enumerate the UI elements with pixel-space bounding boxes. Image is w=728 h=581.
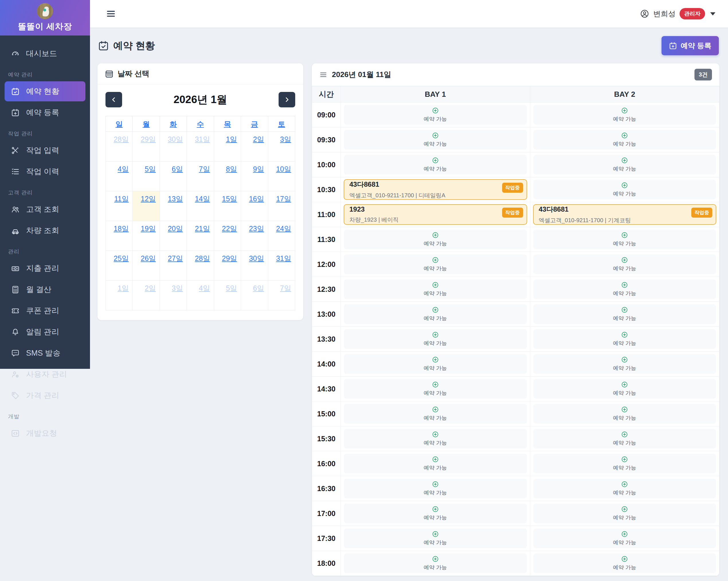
day-link[interactable]: 15일 — [222, 195, 237, 203]
day-link[interactable]: 3일 — [172, 284, 183, 292]
day-link[interactable]: 16일 — [249, 195, 264, 203]
available-slot[interactable]: 예약 가능 — [534, 529, 716, 548]
available-slot[interactable]: 예약 가능 — [344, 454, 527, 473]
day-link[interactable]: 31일 — [276, 254, 291, 262]
day-link[interactable]: 18일 — [114, 224, 129, 232]
weekday-link[interactable]: 일 — [115, 120, 123, 128]
available-slot[interactable]: 예약 가능 — [534, 155, 716, 174]
day-link[interactable]: 29일 — [141, 135, 156, 143]
day-link[interactable]: 26일 — [141, 254, 156, 262]
sidebar-item-고객-조회[interactable]: 고객 조회 — [5, 199, 85, 219]
sidebar-item-개발요청[interactable]: 개발요청 — [5, 423, 85, 443]
available-slot[interactable]: 예약 가능 — [344, 479, 527, 498]
available-slot[interactable]: 예약 가능 — [344, 554, 527, 573]
available-slot[interactable]: 예약 가능 — [534, 479, 716, 498]
day-link[interactable]: 12일 — [141, 195, 156, 203]
sidebar-item-사용자-관리[interactable]: 사용자 관리 — [5, 364, 85, 384]
day-link[interactable]: 24일 — [276, 224, 291, 232]
booked-slot[interactable]: 43다8681엑셀고객_010-9211-1700 | 기계코팅작업중 — [533, 204, 717, 225]
day-link[interactable]: 22일 — [222, 224, 237, 232]
day-link[interactable]: 10일 — [276, 165, 291, 173]
day-link[interactable]: 28일 — [114, 135, 129, 143]
available-slot[interactable]: 예약 가능 — [534, 429, 716, 448]
sidebar-item-쿠폰-관리[interactable]: 쿠폰 관리 — [5, 301, 85, 321]
day-link[interactable]: 4일 — [199, 284, 210, 292]
sidebar-item-대시보드[interactable]: 대시보드 — [5, 44, 85, 63]
day-link[interactable]: 6일 — [172, 165, 183, 173]
available-slot[interactable]: 예약 가능 — [534, 554, 716, 573]
booked-slot[interactable]: 1923차량_1923 | 베이직작업중 — [344, 204, 527, 225]
available-slot[interactable]: 예약 가능 — [534, 130, 716, 149]
available-slot[interactable]: 예약 가능 — [534, 454, 716, 473]
sidebar-item-가격-관리[interactable]: 가격 관리 — [5, 385, 85, 406]
day-link[interactable]: 25일 — [114, 254, 129, 262]
available-slot[interactable]: 예약 가능 — [534, 379, 716, 398]
sidebar-item-작업-입력[interactable]: 작업 입력 — [5, 140, 85, 160]
weekday-link[interactable]: 금 — [251, 120, 258, 128]
day-link[interactable]: 30일 — [168, 135, 183, 143]
sidebar-item-월-결산[interactable]: 월 결산 — [5, 279, 85, 300]
day-link[interactable]: 3일 — [280, 135, 291, 143]
day-link[interactable]: 7일 — [280, 284, 291, 292]
day-link[interactable]: 4일 — [118, 165, 129, 173]
sidebar-item-예약-등록[interactable]: 예약 등록 — [5, 103, 85, 122]
available-slot[interactable]: 예약 가능 — [344, 429, 527, 448]
day-link[interactable]: 5일 — [145, 165, 156, 173]
sidebar-item-알림-관리[interactable]: 알림 관리 — [5, 322, 85, 342]
day-link[interactable]: 11일 — [114, 195, 129, 203]
available-slot[interactable]: 예약 가능 — [344, 155, 527, 174]
day-link[interactable]: 21일 — [195, 224, 210, 232]
day-link[interactable]: 31일 — [195, 135, 210, 143]
available-slot[interactable]: 예약 가능 — [534, 404, 716, 423]
sidebar-item-SMS-발송[interactable]: SMS 발송 — [5, 343, 85, 363]
sidebar-item-예약-현황[interactable]: 예약 현황 — [5, 81, 85, 101]
weekday-link[interactable]: 목 — [224, 120, 231, 128]
day-link[interactable]: 6일 — [253, 284, 264, 292]
available-slot[interactable]: 예약 가능 — [344, 529, 527, 548]
day-link[interactable]: 2일 — [253, 135, 264, 143]
available-slot[interactable]: 예약 가능 — [534, 230, 716, 249]
available-slot[interactable]: 예약 가능 — [344, 254, 527, 274]
day-link[interactable]: 19일 — [141, 224, 156, 232]
day-link[interactable]: 13일 — [168, 195, 183, 203]
available-slot[interactable]: 예약 가능 — [344, 230, 527, 249]
day-link[interactable]: 29일 — [222, 254, 237, 262]
prev-month-button[interactable] — [105, 92, 122, 107]
day-link[interactable]: 2일 — [145, 284, 156, 292]
available-slot[interactable]: 예약 가능 — [344, 130, 527, 149]
available-slot[interactable]: 예약 가능 — [344, 304, 527, 324]
day-link[interactable]: 1일 — [226, 135, 237, 143]
available-slot[interactable]: 예약 가능 — [534, 105, 716, 124]
available-slot[interactable]: 예약 가능 — [344, 279, 527, 299]
available-slot[interactable]: 예약 가능 — [534, 304, 716, 324]
available-slot[interactable]: 예약 가능 — [534, 279, 716, 299]
weekday-link[interactable]: 수 — [197, 120, 204, 128]
day-link[interactable]: 9일 — [253, 165, 264, 173]
day-link[interactable]: 17일 — [276, 195, 291, 203]
day-link[interactable]: 7일 — [199, 165, 210, 173]
day-link[interactable]: 27일 — [168, 254, 183, 262]
day-link[interactable]: 23일 — [249, 224, 264, 232]
hamburger-menu-icon[interactable] — [106, 9, 116, 19]
day-link[interactable]: 28일 — [195, 254, 210, 262]
available-slot[interactable]: 예약 가능 — [534, 354, 716, 374]
available-slot[interactable]: 예약 가능 — [344, 105, 527, 124]
weekday-link[interactable]: 화 — [170, 120, 177, 128]
sidebar-item-지출-관리[interactable]: 지출 관리 — [5, 258, 85, 278]
booked-slot[interactable]: 43다8681엑셀고객_010-9211-1700 | 디테일링A작업중 — [344, 179, 527, 200]
available-slot[interactable]: 예약 가능 — [344, 354, 527, 374]
next-month-button[interactable] — [279, 92, 295, 107]
sidebar-item-작업-이력[interactable]: 작업 이력 — [5, 162, 85, 182]
day-link[interactable]: 20일 — [168, 224, 183, 232]
day-link[interactable]: 8일 — [226, 165, 237, 173]
day-link[interactable]: 14일 — [195, 195, 210, 203]
available-slot[interactable]: 예약 가능 — [534, 504, 716, 523]
user-menu[interactable]: 변희성 관리자 — [640, 8, 716, 20]
day-link[interactable]: 30일 — [249, 254, 264, 262]
weekday-link[interactable]: 토 — [278, 120, 285, 128]
available-slot[interactable]: 예약 가능 — [344, 329, 527, 349]
available-slot[interactable]: 예약 가능 — [534, 180, 716, 199]
register-reservation-button[interactable]: 예약 등록 — [661, 36, 719, 55]
day-link[interactable]: 1일 — [118, 284, 129, 292]
sidebar-item-차량-조회[interactable]: 차량 조회 — [5, 220, 85, 241]
